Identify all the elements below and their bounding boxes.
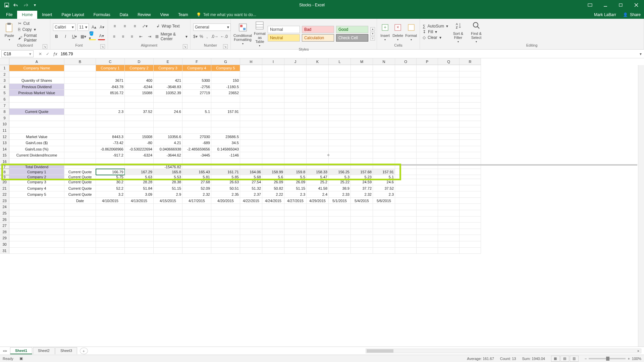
- cell[interactable]: [351, 248, 373, 254]
- cell[interactable]: [438, 96, 460, 103]
- cell[interactable]: [307, 121, 329, 127]
- col-header-C[interactable]: C: [96, 58, 125, 65]
- cell[interactable]: [284, 77, 307, 84]
- row-header[interactable]: 28: [0, 229, 9, 235]
- row-header[interactable]: 24: [0, 204, 9, 210]
- cell[interactable]: [240, 103, 262, 109]
- cell[interactable]: 5/6/2015: [373, 198, 395, 204]
- cell[interactable]: [417, 77, 438, 84]
- cell[interactable]: [417, 140, 438, 146]
- cell[interactable]: [307, 84, 329, 90]
- row-header[interactable]: 22: [0, 191, 9, 198]
- row-header[interactable]: 29: [0, 235, 9, 241]
- tab-insert[interactable]: Insert: [37, 11, 57, 19]
- cell[interactable]: [307, 223, 329, 229]
- cell[interactable]: [262, 127, 284, 134]
- cell[interactable]: [460, 84, 481, 90]
- autosum-button[interactable]: ∑AutoSum ▾: [423, 24, 448, 28]
- cell[interactable]: 23686.5: [211, 134, 240, 140]
- cell[interactable]: [373, 121, 395, 127]
- cell[interactable]: [351, 65, 373, 71]
- insert-cells-button[interactable]: +Insert▾: [380, 22, 390, 41]
- cell[interactable]: 25.2: [307, 179, 329, 185]
- cell[interactable]: [351, 96, 373, 103]
- cell[interactable]: [211, 248, 240, 254]
- cell[interactable]: 28.28: [125, 179, 154, 185]
- cell[interactable]: [284, 152, 307, 159]
- cell[interactable]: [96, 204, 125, 210]
- cell[interactable]: 4/27/2015: [284, 198, 307, 204]
- cell[interactable]: [395, 217, 417, 223]
- enter-formula-icon[interactable]: ✓: [44, 52, 51, 56]
- cell[interactable]: 15008: [125, 134, 154, 140]
- cell[interactable]: [64, 134, 96, 140]
- cell[interactable]: [329, 127, 351, 134]
- cell[interactable]: [329, 71, 351, 78]
- cell[interactable]: [373, 217, 395, 223]
- cell[interactable]: [351, 146, 373, 153]
- cell[interactable]: 5.53: [154, 175, 182, 179]
- cell[interactable]: [373, 77, 395, 84]
- cell[interactable]: [438, 169, 460, 175]
- cell[interactable]: [307, 90, 329, 96]
- cell[interactable]: [438, 77, 460, 84]
- cell[interactable]: [262, 115, 284, 121]
- cell[interactable]: 4/10/2015: [96, 198, 125, 204]
- cell[interactable]: [211, 217, 240, 223]
- cell[interactable]: [373, 152, 395, 159]
- cell[interactable]: 158.99: [262, 169, 284, 175]
- cell[interactable]: 26.09: [262, 179, 284, 185]
- cell[interactable]: [307, 77, 329, 84]
- cell[interactable]: [64, 235, 96, 241]
- cell[interactable]: Company 1: [96, 65, 125, 71]
- align-right-icon[interactable]: ≡: [128, 33, 136, 40]
- qat-customize-icon[interactable]: ▾: [31, 1, 39, 9]
- row-header[interactable]: 26: [0, 217, 9, 223]
- cell[interactable]: [64, 229, 96, 235]
- alignment-launcher-icon[interactable]: ↘: [183, 44, 187, 49]
- cell[interactable]: [438, 204, 460, 210]
- cell[interactable]: -1146: [211, 152, 240, 159]
- cell[interactable]: [373, 84, 395, 90]
- cell[interactable]: 2.33: [329, 191, 351, 198]
- cell[interactable]: [182, 210, 211, 217]
- cell[interactable]: [64, 90, 96, 96]
- cell[interactable]: [395, 169, 417, 175]
- col-header-G[interactable]: G: [211, 58, 240, 65]
- cell[interactable]: [307, 115, 329, 121]
- cell[interactable]: [240, 71, 262, 78]
- row-header[interactable]: 7: [0, 103, 9, 109]
- styles-scroll-down-icon[interactable]: ▾: [370, 32, 375, 36]
- col-header-M[interactable]: M: [351, 58, 373, 65]
- cell[interactable]: [125, 71, 154, 78]
- cell[interactable]: [240, 152, 262, 159]
- row-header[interactable]: 5: [0, 90, 9, 96]
- cell[interactable]: [460, 204, 481, 210]
- decrease-indent-icon[interactable]: ⇤: [138, 33, 145, 40]
- cell[interactable]: 4/22/2015: [240, 198, 262, 204]
- horizontal-scrollbar[interactable]: ◂ ▸: [366, 349, 641, 353]
- col-header-O[interactable]: O: [395, 58, 417, 65]
- row-header[interactable]: 10: [0, 121, 9, 127]
- cell[interactable]: Current Quote: [64, 169, 96, 175]
- cell[interactable]: [460, 96, 481, 103]
- cell[interactable]: [438, 210, 460, 217]
- cell[interactable]: [240, 96, 262, 103]
- cell[interactable]: Company 5: [211, 65, 240, 71]
- cell[interactable]: [373, 90, 395, 96]
- cell[interactable]: 50.82: [262, 185, 284, 192]
- col-header-E[interactable]: E: [154, 58, 182, 65]
- row-header[interactable]: 1: [0, 65, 9, 71]
- cell[interactable]: [329, 77, 351, 84]
- cell[interactable]: [240, 84, 262, 90]
- cell[interactable]: 165.43: [182, 169, 211, 175]
- cell[interactable]: [417, 248, 438, 254]
- cell[interactable]: 5.23: [351, 175, 373, 179]
- cell[interactable]: -917.2: [96, 152, 125, 159]
- cell[interactable]: [211, 223, 240, 229]
- row-header[interactable]: 31: [0, 248, 9, 254]
- cell[interactable]: [351, 121, 373, 127]
- cell[interactable]: [307, 217, 329, 223]
- cell[interactable]: [329, 115, 351, 121]
- col-header-D[interactable]: D: [125, 58, 154, 65]
